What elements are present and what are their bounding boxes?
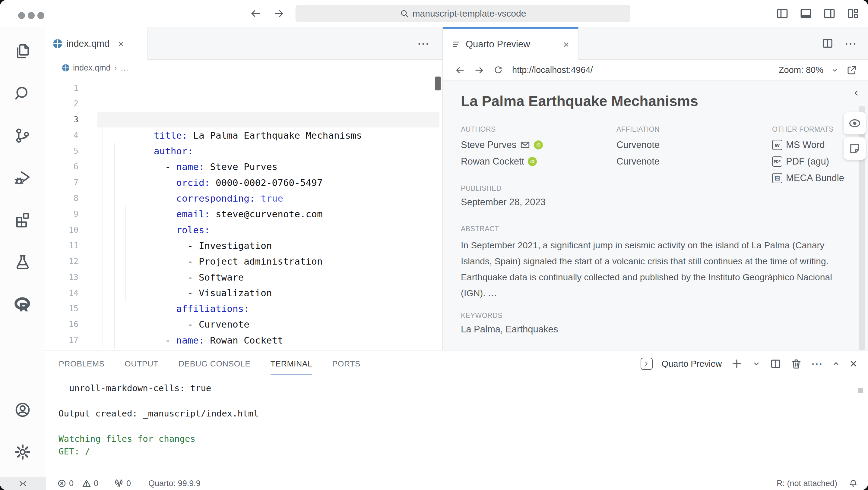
toggle-panel-icon[interactable] xyxy=(799,7,812,20)
line-number: 3 xyxy=(45,112,79,128)
code-line[interactable]: 4 - name: Steve Purves xyxy=(45,128,442,143)
notifications-bell-icon[interactable] xyxy=(849,479,858,488)
search-sidebar-icon[interactable] xyxy=(14,85,31,102)
toggle-primary-sidebar-icon[interactable] xyxy=(776,7,789,20)
r-extension-icon[interactable]: R xyxy=(14,296,31,315)
code-line[interactable]: 12 - Visualization xyxy=(45,254,442,269)
format-row[interactable]: PDF (agu) xyxy=(772,153,844,170)
source-control-icon[interactable] xyxy=(14,127,31,144)
code-line[interactable]: 5 orcid: 0000-0002-0760-5497 xyxy=(45,143,442,159)
terminal-type-icon[interactable] xyxy=(641,358,653,370)
tab-index-qmd[interactable]: index.qmd × xyxy=(45,27,148,60)
code-line[interactable]: 14 - Curvenote xyxy=(45,285,442,301)
abstract-block: ABSTRACT In September 2021, a significan… xyxy=(461,225,847,301)
kill-terminal-trash-icon[interactable] xyxy=(790,358,802,369)
tab-quarto-preview[interactable]: Quarto Preview × xyxy=(443,27,579,60)
close-tab-icon[interactable]: × xyxy=(118,39,124,49)
preview-more-actions-icon[interactable]: ⋯ xyxy=(844,37,857,50)
code-line[interactable]: 6 corresponding: true xyxy=(45,159,442,174)
customize-layout-icon[interactable] xyxy=(846,7,860,20)
code-line[interactable]: 16 orcid: 0000-0002-7859-8394 xyxy=(45,317,442,332)
remote-indicator[interactable] xyxy=(0,477,46,490)
explorer-icon[interactable] xyxy=(14,43,31,60)
close-window-button[interactable] xyxy=(18,12,25,19)
reload-icon[interactable] xyxy=(493,65,503,75)
code-line[interactable]: 7 email: steve@curvenote.com xyxy=(45,175,442,191)
history-back-button[interactable] xyxy=(250,8,261,19)
email-icon[interactable] xyxy=(520,140,530,150)
affiliation-column: AFFILIATION CurvenoteCurvenote xyxy=(617,125,660,170)
close-tab-icon[interactable]: × xyxy=(563,39,569,50)
close-panel-icon[interactable]: × xyxy=(849,357,857,370)
code-line[interactable]: 13 affiliations: xyxy=(45,269,442,285)
breadcrumb-file[interactable]: index.qmd xyxy=(73,63,111,73)
ports-status[interactable]: 0 xyxy=(114,479,131,488)
chevron-down-icon[interactable] xyxy=(831,66,839,74)
problems-status[interactable]: 0 0 xyxy=(57,479,98,488)
open-external-icon[interactable] xyxy=(846,65,857,76)
preview-note-button[interactable] xyxy=(843,137,866,160)
terminal-output[interactable]: unroll-markdown-cells: trueOutput create… xyxy=(59,382,258,458)
code-line[interactable]: 3 author: xyxy=(45,112,442,128)
panel-tab[interactable]: DEBUG CONSOLE xyxy=(179,351,251,377)
panel-more-actions-icon[interactable]: ⋯ xyxy=(811,358,823,369)
preview-url[interactable]: http://localhost:4964/ xyxy=(512,65,593,75)
panel-tab[interactable]: TERMINAL xyxy=(271,351,312,377)
preview-list-icon xyxy=(452,40,461,49)
format-row[interactable]: MS Word xyxy=(772,136,844,153)
code-line[interactable]: 11 - Software xyxy=(45,238,442,254)
panel-tab[interactable]: PROBLEMS xyxy=(59,351,105,377)
search-icon xyxy=(400,9,409,18)
other-formats-column: OTHER FORMATS MS Word PDF (agu) MECA Bun… xyxy=(772,125,844,186)
chevron-left-icon[interactable] xyxy=(852,89,861,98)
quarto-version-status[interactable]: Quarto: 99.9.9 xyxy=(148,479,200,488)
editor-scrollbar[interactable] xyxy=(435,76,441,90)
split-terminal-icon[interactable] xyxy=(770,358,781,369)
zoom-level[interactable]: Zoom: 80% xyxy=(779,65,824,75)
published-block: PUBLISHED September 28, 2023 xyxy=(461,185,546,208)
panel-tab[interactable]: PORTS xyxy=(332,351,361,377)
command-center-search[interactable]: manuscript-template-vscode xyxy=(296,5,630,22)
affiliation-name: Curvenote xyxy=(617,156,660,167)
panel-tab[interactable]: OUTPUT xyxy=(125,351,159,377)
toggle-secondary-sidebar-icon[interactable] xyxy=(823,7,836,20)
code-line[interactable]: 9 - Investigation xyxy=(45,206,442,222)
activity-bar: R xyxy=(0,27,45,477)
authors-label: AUTHORS xyxy=(461,125,543,133)
history-forward-button[interactable] xyxy=(273,8,285,19)
preview-forward-icon[interactable] xyxy=(474,65,484,75)
terminal-line: Output created: _manuscript/index.html xyxy=(59,407,258,420)
code-line[interactable]: 10 - Project administration xyxy=(45,222,442,238)
extensions-icon[interactable] xyxy=(14,211,31,228)
accounts-icon[interactable] xyxy=(14,401,31,418)
terminal-session-name[interactable]: Quarto Preview xyxy=(662,359,722,369)
format-row[interactable]: MECA Bundle xyxy=(772,170,844,186)
minimize-window-button[interactable] xyxy=(28,12,35,19)
code-line[interactable]: 2 title: La Palma Earthquake Mechanisms xyxy=(45,96,442,111)
indent-guide xyxy=(125,206,126,301)
maximize-panel-icon[interactable] xyxy=(832,359,841,368)
split-editor-icon[interactable] xyxy=(822,37,834,50)
format-label: MECA Bundle xyxy=(786,173,844,184)
code-line[interactable]: 15 - name: Rowan Cockett xyxy=(45,301,442,317)
code-line[interactable]: 8 roles: xyxy=(45,191,442,206)
editor-more-actions-icon[interactable]: ⋯ xyxy=(417,37,429,50)
orcid-icon[interactable]: iD xyxy=(528,157,537,166)
vscode-window: manuscript-template-vscode R index.qmd × xyxy=(0,0,868,490)
chevron-down-icon[interactable] xyxy=(752,359,761,368)
terminal-scrollbar[interactable] xyxy=(858,388,863,393)
code-line[interactable]: 17 corresponding: false xyxy=(45,332,442,348)
preview-eye-button[interactable] xyxy=(843,112,866,134)
preview-back-icon[interactable] xyxy=(455,65,465,75)
settings-gear-icon[interactable] xyxy=(14,444,31,460)
code-editor[interactable]: 1 --- 2 title: La Palma Earthquake Mecha… xyxy=(45,76,442,350)
breadcrumb-more[interactable]: … xyxy=(120,63,128,73)
code-line[interactable]: 1 --- xyxy=(45,80,442,96)
testing-icon[interactable] xyxy=(14,254,31,271)
terminal-line: GET: / xyxy=(59,445,258,458)
maximize-window-button[interactable] xyxy=(37,12,44,19)
run-debug-icon[interactable] xyxy=(14,169,31,186)
r-session-status[interactable]: R: (not attached) xyxy=(777,479,837,488)
orcid-icon[interactable]: iD xyxy=(534,140,543,150)
new-terminal-icon[interactable] xyxy=(731,358,743,370)
